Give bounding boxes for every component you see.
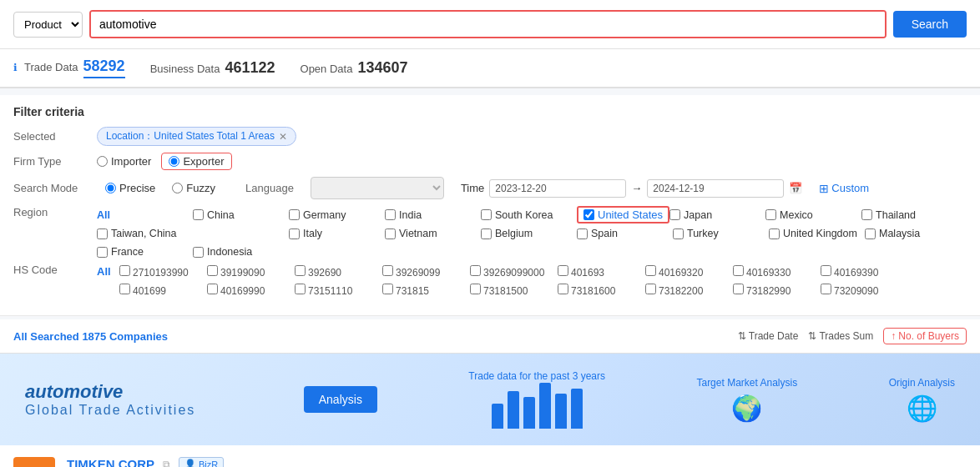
market-section: Target Market Analysis 🌍: [696, 377, 797, 423]
region-mexico[interactable]: Mexico: [765, 206, 861, 223]
region-indonesia[interactable]: Indonesia: [193, 244, 289, 260]
sort-trades-sum[interactable]: ⇅ Trades Sum: [808, 328, 873, 344]
hscode-16[interactable]: 73182200: [645, 282, 733, 299]
region-thailand[interactable]: Thailand: [861, 206, 957, 223]
language-select[interactable]: [311, 177, 444, 199]
origin-section-title: Origin Analysis: [889, 377, 955, 389]
bar-2: [508, 391, 519, 429]
region-france[interactable]: France: [97, 244, 193, 260]
hscode-8[interactable]: 40169330: [733, 264, 821, 280]
precise-option[interactable]: Precise: [105, 182, 155, 194]
region-france-cb[interactable]: [97, 247, 108, 258]
region-japan-cb[interactable]: [669, 209, 680, 220]
exporter-option[interactable]: Exporter: [161, 153, 231, 170]
region-turkey-cb[interactable]: [673, 228, 684, 239]
region-taiwan[interactable]: Taiwan, China: [97, 225, 193, 242]
trade-data-label: Trade Data: [24, 61, 78, 73]
world-map-icon: 🌍: [731, 394, 762, 423]
hscode-all[interactable]: All: [97, 264, 111, 279]
region-china-cb[interactable]: [193, 209, 204, 220]
region-belgium[interactable]: Belgium: [481, 225, 577, 242]
hscode-10[interactable]: 401699: [119, 282, 207, 299]
region-indonesia-cb[interactable]: [193, 247, 204, 258]
hscode-3[interactable]: 392690: [295, 264, 382, 280]
importer-option[interactable]: Importer: [97, 155, 151, 168]
hscode-13[interactable]: 731815: [382, 282, 470, 299]
trade-data-stat[interactable]: ℹ Trade Data 58292: [13, 58, 125, 78]
fuzzy-option[interactable]: Fuzzy: [172, 182, 215, 194]
time-to-input[interactable]: [647, 179, 784, 198]
region-united-states[interactable]: United States: [577, 206, 669, 223]
hscode-7[interactable]: 40169320: [645, 264, 733, 280]
hscode-label: HS Code: [13, 264, 88, 276]
hscode-12[interactable]: 73151110: [295, 282, 382, 299]
business-data-label: Business Data: [150, 63, 220, 75]
hscode-4[interactable]: 39269099: [382, 264, 470, 280]
region-taiwan-cb[interactable]: [97, 228, 108, 239]
copy-icon[interactable]: ⧉: [163, 459, 170, 468]
hscode-11[interactable]: 40169990: [207, 282, 295, 299]
region-vietnam-cb[interactable]: [385, 228, 396, 239]
region-grid: All China Germany India South Korea Unit…: [97, 206, 967, 260]
region-thailand-cb[interactable]: [861, 209, 872, 220]
open-data-stat[interactable]: Open Data 134607: [301, 59, 408, 77]
region-china[interactable]: China: [193, 206, 289, 223]
hscode-5[interactable]: 39269099000: [470, 264, 558, 280]
trade-section-title: Trade data for the past 3 years: [468, 370, 605, 382]
exporter-radio[interactable]: [169, 156, 179, 167]
region-india-cb[interactable]: [385, 209, 396, 220]
search-button[interactable]: Search: [893, 11, 967, 38]
search-input[interactable]: [91, 12, 885, 37]
analysis-button[interactable]: Analysis: [304, 386, 377, 413]
region-germany[interactable]: Germany: [289, 206, 385, 223]
region-spain-cb[interactable]: [577, 228, 588, 239]
region-india[interactable]: India: [385, 206, 481, 223]
sort-trade-date[interactable]: ⇅ Trade Date: [738, 328, 799, 344]
sort-no-buyers[interactable]: ↑ No. of Buyers: [883, 328, 967, 344]
hscode-6[interactable]: 401693: [558, 264, 645, 280]
firm-type-group: Importer Exporter: [97, 153, 232, 170]
region-south-korea-cb[interactable]: [481, 209, 492, 220]
business-data-stat[interactable]: Business Data 461122: [150, 59, 275, 77]
custom-icon: ⊞: [819, 182, 829, 195]
hscode-18[interactable]: 73209090: [821, 282, 908, 299]
firm-type-label: Firm Type: [13, 155, 88, 168]
hscode-14[interactable]: 73181500: [470, 282, 558, 299]
importer-radio[interactable]: [97, 156, 108, 167]
region-japan[interactable]: Japan: [669, 206, 765, 223]
region-mexico-cb[interactable]: [765, 209, 776, 220]
region-germany-cb[interactable]: [289, 209, 300, 220]
region-malaysia[interactable]: Malaysia: [865, 225, 961, 242]
region-south-korea[interactable]: South Korea: [481, 206, 577, 223]
exporter-label: Exporter: [183, 155, 224, 168]
hscode-2[interactable]: 39199090: [207, 264, 295, 280]
region-all[interactable]: All: [97, 206, 193, 223]
fuzzy-radio[interactable]: [172, 183, 183, 193]
product-select[interactable]: Product: [13, 12, 83, 38]
sort-trades-sum-icon: ⇅: [808, 330, 816, 342]
region-vietnam[interactable]: Vietnam: [385, 225, 481, 242]
precise-radio[interactable]: [105, 183, 116, 193]
time-from-input[interactable]: [489, 179, 626, 198]
custom-button[interactable]: ⊞ Custom: [819, 182, 869, 195]
sort-trades-sum-label: Trades Sum: [819, 330, 873, 342]
region-uk-cb[interactable]: [769, 228, 780, 239]
hscode-15[interactable]: 73181600: [558, 282, 645, 299]
region-uk[interactable]: United Kingdom: [769, 225, 865, 242]
region-belgium-cb[interactable]: [481, 228, 492, 239]
region-spain[interactable]: Spain: [577, 225, 673, 242]
close-icon[interactable]: ✕: [279, 131, 287, 143]
region-italy[interactable]: Italy: [289, 225, 385, 242]
bizr-badge[interactable]: 👤 BizR: [179, 457, 224, 467]
hscode-1[interactable]: 2710193990: [119, 264, 207, 280]
region-malaysia-cb[interactable]: [865, 228, 876, 239]
selected-tag[interactable]: Location：United States Total 1 Areas ✕: [97, 127, 296, 146]
region-turkey[interactable]: Turkey: [673, 225, 769, 242]
firm-type-row: Firm Type Importer Exporter: [13, 153, 967, 170]
results-label: All Searched 1875 Companies: [13, 330, 168, 343]
hscode-9[interactable]: 40169390: [821, 264, 908, 280]
company-name: TIMKEN CORP: [67, 457, 154, 467]
hscode-17[interactable]: 73182990: [733, 282, 821, 299]
region-united-states-cb[interactable]: [583, 209, 594, 220]
region-italy-cb[interactable]: [289, 228, 300, 239]
